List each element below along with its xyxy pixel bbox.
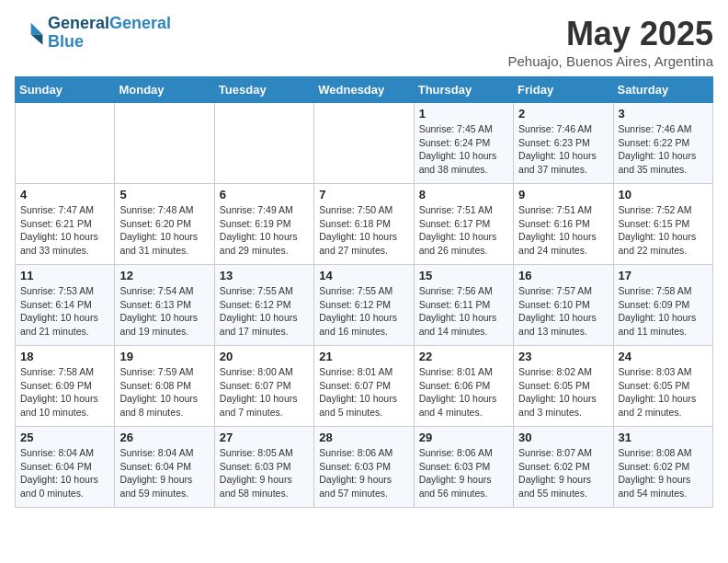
calendar-cell: 11Sunrise: 7:53 AM Sunset: 6:14 PM Dayli… xyxy=(16,265,115,346)
day-info: Sunrise: 7:57 AM Sunset: 6:10 PM Dayligh… xyxy=(518,284,608,339)
calendar-cell: 8Sunrise: 7:51 AM Sunset: 6:17 PM Daylig… xyxy=(414,184,513,265)
day-info: Sunrise: 7:49 AM Sunset: 6:19 PM Dayligh… xyxy=(220,203,309,258)
calendar-cell xyxy=(214,103,313,184)
calendar-cell xyxy=(314,103,414,184)
day-number: 21 xyxy=(319,350,408,363)
day-number: 7 xyxy=(319,188,408,201)
page-header: GeneralGeneral Blue May 2025 Pehuajo, Bu… xyxy=(15,15,713,69)
calendar-cell: 29Sunrise: 8:06 AM Sunset: 6:03 PM Dayli… xyxy=(414,427,513,508)
day-number: 27 xyxy=(220,431,309,444)
calendar-cell: 14Sunrise: 7:55 AM Sunset: 6:12 PM Dayli… xyxy=(314,265,414,346)
day-info: Sunrise: 8:04 AM Sunset: 6:04 PM Dayligh… xyxy=(20,446,109,500)
calendar-cell: 7Sunrise: 7:50 AM Sunset: 6:18 PM Daylig… xyxy=(314,184,414,265)
calendar-cell xyxy=(16,103,115,184)
day-info: Sunrise: 8:00 AM Sunset: 6:07 PM Dayligh… xyxy=(220,365,309,419)
weekday-header: Wednesday xyxy=(314,77,414,103)
day-number: 22 xyxy=(419,350,508,363)
day-number: 15 xyxy=(419,269,508,282)
calendar-cell: 3Sunrise: 7:46 AM Sunset: 6:22 PM Daylig… xyxy=(613,103,712,184)
day-info: Sunrise: 7:59 AM Sunset: 6:08 PM Dayligh… xyxy=(119,365,209,419)
day-info: Sunrise: 7:53 AM Sunset: 6:14 PM Dayligh… xyxy=(20,284,109,339)
calendar-week-row: 4Sunrise: 7:47 AM Sunset: 6:21 PM Daylig… xyxy=(16,184,713,265)
calendar-cell: 5Sunrise: 7:48 AM Sunset: 6:20 PM Daylig… xyxy=(115,184,214,265)
day-number: 31 xyxy=(619,431,708,444)
day-info: Sunrise: 7:58 AM Sunset: 6:09 PM Dayligh… xyxy=(20,365,109,419)
day-number: 23 xyxy=(518,350,608,363)
day-info: Sunrise: 8:06 AM Sunset: 6:03 PM Dayligh… xyxy=(419,446,508,500)
title-block: May 2025 Pehuajo, Buenos Aires, Argentin… xyxy=(508,15,714,69)
calendar-cell: 30Sunrise: 8:07 AM Sunset: 6:02 PM Dayli… xyxy=(514,427,613,508)
weekday-header: Friday xyxy=(514,77,613,103)
calendar-cell: 27Sunrise: 8:05 AM Sunset: 6:03 PM Dayli… xyxy=(214,427,313,508)
day-number: 25 xyxy=(20,431,109,444)
day-number: 10 xyxy=(619,188,708,201)
calendar-cell: 31Sunrise: 8:08 AM Sunset: 6:02 PM Dayli… xyxy=(613,427,712,508)
calendar-cell: 18Sunrise: 7:58 AM Sunset: 6:09 PM Dayli… xyxy=(16,346,115,427)
day-info: Sunrise: 8:02 AM Sunset: 6:05 PM Dayligh… xyxy=(518,365,608,419)
weekday-header-row: SundayMondayTuesdayWednesdayThursdayFrid… xyxy=(16,77,713,103)
svg-marker-0 xyxy=(31,23,43,35)
calendar-cell: 21Sunrise: 8:01 AM Sunset: 6:07 PM Dayli… xyxy=(314,346,414,427)
calendar-cell: 12Sunrise: 7:54 AM Sunset: 6:13 PM Dayli… xyxy=(115,265,214,346)
day-number: 2 xyxy=(518,107,608,121)
day-number: 19 xyxy=(119,350,209,363)
calendar-cell: 6Sunrise: 7:49 AM Sunset: 6:19 PM Daylig… xyxy=(214,184,313,265)
day-number: 18 xyxy=(20,350,109,363)
day-number: 6 xyxy=(220,188,309,201)
day-info: Sunrise: 8:03 AM Sunset: 6:05 PM Dayligh… xyxy=(619,365,708,419)
day-info: Sunrise: 7:51 AM Sunset: 6:17 PM Dayligh… xyxy=(419,203,508,258)
day-info: Sunrise: 8:06 AM Sunset: 6:03 PM Dayligh… xyxy=(319,446,408,500)
calendar-cell: 16Sunrise: 7:57 AM Sunset: 6:10 PM Dayli… xyxy=(514,265,613,346)
weekday-header: Thursday xyxy=(414,77,513,103)
day-number: 14 xyxy=(319,269,408,282)
day-number: 20 xyxy=(220,350,309,363)
day-info: Sunrise: 7:56 AM Sunset: 6:11 PM Dayligh… xyxy=(419,284,508,339)
calendar-cell: 9Sunrise: 7:51 AM Sunset: 6:16 PM Daylig… xyxy=(514,184,613,265)
day-info: Sunrise: 7:55 AM Sunset: 6:12 PM Dayligh… xyxy=(319,284,408,339)
day-info: Sunrise: 7:48 AM Sunset: 6:20 PM Dayligh… xyxy=(119,203,209,258)
calendar-cell xyxy=(115,103,214,184)
calendar-cell: 4Sunrise: 7:47 AM Sunset: 6:21 PM Daylig… xyxy=(16,184,115,265)
weekday-header: Tuesday xyxy=(214,77,313,103)
calendar-table: SundayMondayTuesdayWednesdayThursdayFrid… xyxy=(15,76,713,508)
day-info: Sunrise: 7:54 AM Sunset: 6:13 PM Dayligh… xyxy=(119,284,209,339)
day-number: 8 xyxy=(419,188,508,201)
weekday-header: Monday xyxy=(115,77,214,103)
day-number: 17 xyxy=(619,269,708,282)
day-number: 29 xyxy=(419,431,508,444)
day-info: Sunrise: 7:46 AM Sunset: 6:23 PM Dayligh… xyxy=(518,122,608,177)
calendar-cell: 24Sunrise: 8:03 AM Sunset: 6:05 PM Dayli… xyxy=(613,346,712,427)
day-info: Sunrise: 8:01 AM Sunset: 6:06 PM Dayligh… xyxy=(419,365,508,419)
calendar-cell: 20Sunrise: 8:00 AM Sunset: 6:07 PM Dayli… xyxy=(214,346,313,427)
day-number: 30 xyxy=(518,431,608,444)
day-number: 1 xyxy=(419,107,508,121)
calendar-week-row: 18Sunrise: 7:58 AM Sunset: 6:09 PM Dayli… xyxy=(16,346,713,427)
logo: GeneralGeneral Blue xyxy=(15,15,171,52)
calendar-cell: 25Sunrise: 8:04 AM Sunset: 6:04 PM Dayli… xyxy=(16,427,115,508)
day-info: Sunrise: 7:45 AM Sunset: 6:24 PM Dayligh… xyxy=(419,122,508,177)
day-number: 26 xyxy=(119,431,209,444)
day-number: 12 xyxy=(119,269,209,282)
weekday-header: Sunday xyxy=(16,77,115,103)
calendar-cell: 1Sunrise: 7:45 AM Sunset: 6:24 PM Daylig… xyxy=(414,103,513,184)
day-info: Sunrise: 7:50 AM Sunset: 6:18 PM Dayligh… xyxy=(319,203,408,258)
day-number: 4 xyxy=(20,188,109,201)
day-info: Sunrise: 8:04 AM Sunset: 6:04 PM Dayligh… xyxy=(119,446,209,500)
calendar-cell: 19Sunrise: 7:59 AM Sunset: 6:08 PM Dayli… xyxy=(115,346,214,427)
month-title: May 2025 xyxy=(508,15,714,53)
day-number: 9 xyxy=(518,188,608,201)
calendar-cell: 23Sunrise: 8:02 AM Sunset: 6:05 PM Dayli… xyxy=(514,346,613,427)
logo-icon xyxy=(15,18,44,48)
calendar-cell: 2Sunrise: 7:46 AM Sunset: 6:23 PM Daylig… xyxy=(514,103,613,184)
day-info: Sunrise: 7:47 AM Sunset: 6:21 PM Dayligh… xyxy=(20,203,109,258)
day-number: 28 xyxy=(319,431,408,444)
calendar-week-row: 11Sunrise: 7:53 AM Sunset: 6:14 PM Dayli… xyxy=(16,265,713,346)
day-number: 5 xyxy=(119,188,209,201)
day-info: Sunrise: 8:07 AM Sunset: 6:02 PM Dayligh… xyxy=(518,446,608,500)
location-subtitle: Pehuajo, Buenos Aires, Argentina xyxy=(508,53,714,69)
day-number: 11 xyxy=(20,269,109,282)
day-number: 3 xyxy=(619,107,708,121)
calendar-cell: 26Sunrise: 8:04 AM Sunset: 6:04 PM Dayli… xyxy=(115,427,214,508)
svg-marker-1 xyxy=(31,34,43,44)
day-number: 24 xyxy=(619,350,708,363)
